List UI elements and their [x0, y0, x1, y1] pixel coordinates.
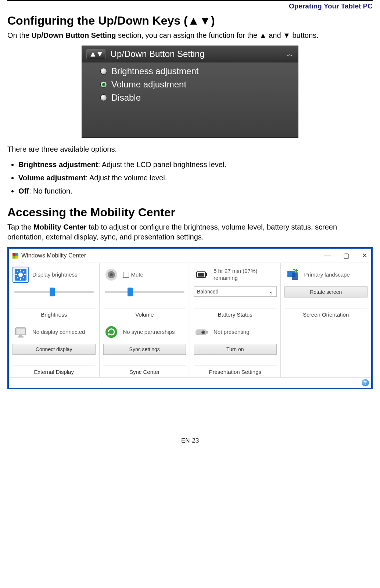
option-label: Disable — [111, 93, 141, 103]
updown-panel-header: ▲▼ Up/Down Button Setting ︿ — [82, 46, 298, 62]
paragraph-mobility: Tap the Mobility Center tab to adjust or… — [7, 222, 373, 242]
sync-icon[interactable] — [103, 324, 119, 340]
windows-flag-icon — [12, 253, 18, 259]
mc-title: Windows Mobility Center — [21, 252, 86, 259]
mc-titlebar: Windows Mobility Center — ▢ ✕ — [9, 249, 371, 263]
tile-volume: Mute Volume — [100, 263, 190, 320]
svg-rect-15 — [198, 273, 204, 277]
projector-icon[interactable] — [194, 324, 210, 340]
presentation-status: Not presenting — [214, 329, 250, 336]
battery-status: 5 hr 27 min (97%) remaining — [214, 268, 277, 282]
tile-caption: External Display — [12, 365, 96, 375]
brightness-icon[interactable] — [12, 267, 29, 283]
updown-panel: ▲▼ Up/Down Button Setting ︿ Brightness a… — [82, 46, 298, 138]
svg-point-1 — [18, 273, 23, 277]
mute-checkbox[interactable]: Mute — [123, 271, 143, 278]
tile-battery: 5 hr 27 min (97%) remaining Balanced ⌄ B… — [190, 263, 281, 320]
tile-sync: No sync partnerships Sync settings Sync … — [100, 320, 190, 378]
close-icon[interactable]: ✕ — [362, 252, 368, 260]
connect-display-button[interactable]: Connect display — [12, 344, 96, 355]
svg-rect-28 — [206, 331, 208, 333]
updown-options: Brightness adjustment Volume adjustment … — [82, 62, 298, 137]
help-icon[interactable]: ? — [362, 379, 369, 386]
list-item: Volume adjustment: Adjust the volume lev… — [18, 173, 373, 183]
list-item: Brightness adjustment: Adjust the LCD pa… — [18, 159, 373, 170]
brightness-slider[interactable] — [14, 288, 94, 296]
sync-status: No sync partnerships — [123, 329, 175, 336]
volume-slider[interactable] — [105, 288, 185, 296]
section-header: Operating Your Tablet PC — [7, 0, 373, 10]
paragraph-intro-1: On the Up/Down Button Setting section, y… — [7, 30, 373, 40]
orientation-icon[interactable] — [284, 267, 301, 283]
svg-point-12 — [110, 273, 113, 276]
tile-caption: Volume — [103, 308, 186, 318]
option-disable[interactable]: Disable — [100, 91, 294, 104]
tile-empty — [281, 320, 372, 378]
chevron-up-icon[interactable]: ︿ — [286, 49, 294, 59]
tile-caption: Presentation Settings — [194, 365, 277, 375]
option-label: Volume adjustment — [111, 79, 186, 90]
svg-rect-20 — [17, 329, 25, 334]
speaker-icon[interactable] — [103, 267, 119, 283]
tile-caption: Screen Orientation — [284, 308, 368, 318]
radio-icon[interactable] — [100, 81, 107, 88]
tile-caption: Brightness — [12, 308, 96, 318]
minimize-icon[interactable]: — — [324, 252, 331, 260]
maximize-icon[interactable]: ▢ — [343, 252, 349, 260]
svg-point-23 — [105, 326, 117, 338]
tile-orientation: Primary landscape Rotate screen Screen O… — [281, 263, 372, 320]
svg-rect-17 — [292, 273, 298, 280]
monitor-icon[interactable] — [12, 324, 29, 340]
options-list: Brightness adjustment: Adjust the LCD pa… — [7, 159, 373, 196]
page-number: EN-23 — [7, 437, 373, 448]
tile-brightness: Display brightness Brightness — [9, 263, 100, 320]
tile-caption: Sync Center — [103, 365, 186, 375]
heading-updown: Configuring the Up/Down Keys (▲▼) — [7, 14, 373, 28]
paragraph-options-intro: There are three available options: — [7, 144, 373, 154]
option-volume[interactable]: Volume adjustment — [100, 78, 294, 91]
turn-on-button[interactable]: Turn on — [194, 344, 277, 355]
orientation-status: Primary landscape — [304, 271, 350, 278]
heading-mobility: Accessing the Mobility Center — [7, 206, 373, 219]
tile-external-display: No display connected Connect display Ext… — [9, 320, 100, 378]
option-label: Brightness adjustment — [111, 66, 198, 76]
list-item: Off: No function. — [18, 186, 373, 196]
option-brightness[interactable]: Brightness adjustment — [100, 65, 294, 78]
svg-marker-18 — [295, 269, 298, 271]
battery-icon[interactable] — [194, 267, 210, 283]
power-plan-select[interactable]: Balanced ⌄ — [194, 286, 277, 297]
brightness-label: Display brightness — [32, 271, 78, 278]
svg-rect-14 — [205, 273, 207, 276]
radio-icon[interactable] — [100, 68, 107, 75]
svg-rect-21 — [19, 335, 22, 336]
mobility-center-window: Windows Mobility Center — ▢ ✕ Display br… — [7, 247, 373, 389]
svg-point-27 — [202, 332, 204, 333]
updown-panel-title: Up/Down Button Setting — [111, 49, 205, 59]
tile-presentation: Not presenting Turn on Presentation Sett… — [190, 320, 281, 378]
tile-caption: Battery Status — [194, 308, 277, 318]
radio-icon[interactable] — [100, 94, 107, 101]
svg-rect-22 — [18, 336, 24, 338]
sync-settings-button[interactable]: Sync settings — [103, 344, 186, 355]
chevron-down-icon: ⌄ — [269, 289, 273, 295]
rotate-screen-button[interactable]: Rotate screen — [284, 286, 368, 297]
external-status: No display connected — [32, 329, 85, 336]
updown-arrows-icon: ▲▼ — [86, 49, 105, 59]
